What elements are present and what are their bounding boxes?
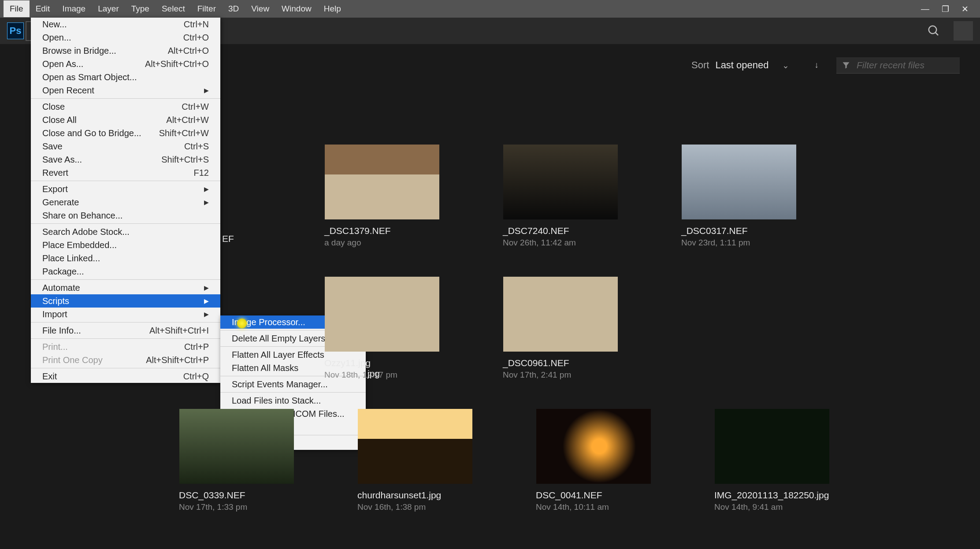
file-menu-package-[interactable]: Package... <box>31 265 220 278</box>
submenu-arrow-icon: ▶ <box>204 87 209 94</box>
thumb-filename: DSC_0041.NEF <box>520 490 667 501</box>
thumb-filename: _DSC0317.NEF <box>665 226 812 236</box>
file-menu-save-as-[interactable]: Save As...Shift+Ctrl+S <box>31 153 220 166</box>
sort-label: Sort <box>691 59 709 71</box>
thumb-filename: churdharsunset1.jpg <box>342 490 488 501</box>
thumb-timestamp: Nov 17th, 2:41 pm <box>487 370 634 380</box>
file-menu-close-all[interactable]: Close AllAlt+Ctrl+W <box>31 113 220 126</box>
menu-file[interactable]: File <box>4 0 30 17</box>
submenu-arrow-icon: ▶ <box>204 311 209 318</box>
sort-dropdown[interactable]: Last opened <box>715 59 768 71</box>
search-icon[interactable] <box>924 22 943 40</box>
minimize-icon[interactable]: — <box>921 4 929 14</box>
file-menu-browse-in-bridge-[interactable]: Browse in Bridge...Alt+Ctrl+O <box>31 44 220 57</box>
file-menu-close[interactable]: CloseCtrl+W <box>31 100 220 113</box>
file-menu-close-and-go-to-bridge-[interactable]: Close and Go to Bridge...Shift+Ctrl+W <box>31 126 220 140</box>
menu-help[interactable]: Help <box>318 0 347 17</box>
file-menu-print-one-copy: Print One CopyAlt+Shift+Ctrl+P <box>31 353 220 367</box>
thumb-filename: _DSC0961.NEF <box>487 358 634 368</box>
file-menu-print-: Print...Ctrl+P <box>31 340 220 353</box>
thumbnail-image <box>358 409 472 484</box>
thumb-timestamp: Nov 16th, 1:38 pm <box>342 502 488 512</box>
thumb-timestamp: Nov 23rd, 1:11 pm <box>665 238 812 248</box>
file-menu-search-adobe-stock-[interactable]: Search Adobe Stock... <box>31 225 220 238</box>
file-menu-dropdown: New...Ctrl+NOpen...Ctrl+OBrowse in Bridg… <box>31 18 220 383</box>
thumb-filename: _DSC1379.NEF <box>308 226 455 236</box>
svg-line-1 <box>935 33 938 35</box>
thumbnail-image <box>715 409 829 484</box>
recent-file-thumb[interactable]: _DSC0961.NEFNov 17th, 2:41 pm <box>487 277 634 380</box>
file-menu-generate[interactable]: Generate▶ <box>31 196 220 209</box>
menu-select[interactable]: Select <box>156 0 191 17</box>
menu-type[interactable]: Type <box>125 0 156 17</box>
recent-file-thumb[interactable]: IMG_20201113_182250.jpgNov 14th, 9:41 am <box>698 409 845 512</box>
close-icon[interactable]: ✕ <box>961 4 969 14</box>
thumb-timestamp: Nov 18th, 12:17 pm <box>308 370 455 380</box>
thumbnail-image <box>325 145 439 219</box>
menu-edit[interactable]: Edit <box>30 0 56 17</box>
thumb-filename-truncated: jpg <box>368 368 380 379</box>
thumbnail-image <box>536 409 651 484</box>
thumbnail-image <box>503 145 618 219</box>
chevron-down-icon[interactable]: ⌄ <box>782 60 789 70</box>
menu-filter[interactable]: Filter <box>191 0 222 17</box>
thumb-timestamp: Nov 14th, 9:41 am <box>698 502 845 512</box>
menu-window[interactable]: Window <box>275 0 318 17</box>
recent-file-thumb[interactable]: _DSC7240.NEFNov 26th, 11:42 am <box>487 145 634 248</box>
sort-direction-icon[interactable]: ↓ <box>815 60 819 70</box>
thumb-filename: Ozzy11.jpg <box>308 358 455 368</box>
submenu-arrow-icon: ▶ <box>204 199 209 206</box>
file-menu-exit[interactable]: ExitCtrl+Q <box>31 370 220 383</box>
file-menu-import[interactable]: Import▶ <box>31 308 220 321</box>
window-controls: — ❐ ✕ <box>921 4 976 14</box>
cursor-highlight-icon <box>237 319 247 328</box>
menubar: FileEditImageLayerTypeSelectFilter3DView… <box>0 0 980 18</box>
file-menu-file-info-[interactable]: File Info...Alt+Shift+Ctrl+I <box>31 324 220 337</box>
svg-point-0 <box>929 26 937 34</box>
file-menu-share-on-behance-[interactable]: Share on Behance... <box>31 209 220 222</box>
file-menu-save[interactable]: SaveCtrl+S <box>31 140 220 153</box>
thumb-timestamp: Nov 14th, 10:11 am <box>520 502 667 512</box>
menu-image[interactable]: Image <box>56 0 92 17</box>
photoshop-logo-icon: Ps <box>7 22 24 39</box>
thumb-filename: DSC_0339.NEF <box>163 490 310 501</box>
submenu-arrow-icon: ▶ <box>204 297 209 304</box>
file-menu-revert[interactable]: RevertF12 <box>31 166 220 179</box>
file-menu-export[interactable]: Export▶ <box>31 182 220 196</box>
thumbnail-image <box>325 277 439 352</box>
file-menu-open-as-[interactable]: Open As...Alt+Shift+Ctrl+O <box>31 57 220 70</box>
thumb-timestamp: Nov 17th, 1:33 pm <box>163 502 310 512</box>
recent-file-thumb[interactable]: Ozzy11.jpgNov 18th, 12:17 pm <box>308 277 455 380</box>
recent-file-thumb[interactable]: DSC_0339.NEFNov 17th, 1:33 pm <box>163 409 310 512</box>
thumb-timestamp: Nov 26th, 11:42 am <box>487 238 634 248</box>
account-placeholder[interactable] <box>954 21 973 41</box>
thumb-filename: _DSC7240.NEF <box>487 226 634 236</box>
file-menu-new-[interactable]: New...Ctrl+N <box>31 18 220 31</box>
funnel-icon <box>842 61 850 70</box>
recent-file-thumb[interactable]: DSC_0041.NEFNov 14th, 10:11 am <box>520 409 667 512</box>
thumbnail-image <box>682 145 796 219</box>
scripts-menu-load-files-into-stack-[interactable]: Load Files into Stack... <box>220 394 366 407</box>
submenu-arrow-icon: ▶ <box>204 284 209 291</box>
recent-file-thumb[interactable]: _DSC1379.NEFa day ago <box>308 145 455 248</box>
menu-layer[interactable]: Layer <box>92 0 125 17</box>
file-menu-place-embedded-[interactable]: Place Embedded... <box>31 238 220 252</box>
thumbnail-image <box>503 277 618 352</box>
file-menu-open-[interactable]: Open...Ctrl+O <box>31 31 220 44</box>
menu-view[interactable]: View <box>245 0 275 17</box>
recent-file-thumb[interactable]: _DSC0317.NEFNov 23rd, 1:11 pm <box>665 145 812 248</box>
filter-input[interactable]: Filter recent files <box>836 57 960 74</box>
maximize-icon[interactable]: ❐ <box>942 4 949 14</box>
file-menu-open-as-smart-object-[interactable]: Open as Smart Object... <box>31 70 220 84</box>
thumb-filename: IMG_20201113_182250.jpg <box>698 490 845 501</box>
thumb-filename-truncated: EF <box>222 234 234 244</box>
thumb-timestamp: a day ago <box>308 238 455 248</box>
menu-3d[interactable]: 3D <box>222 0 245 17</box>
recent-file-thumb[interactable]: churdharsunset1.jpgNov 16th, 1:38 pm <box>342 409 488 512</box>
submenu-arrow-icon: ▶ <box>204 185 209 193</box>
file-menu-scripts[interactable]: Scripts▶ <box>31 294 220 308</box>
file-menu-open-recent[interactable]: Open Recent▶ <box>31 84 220 97</box>
thumbnail-image <box>179 409 294 484</box>
file-menu-place-linked-[interactable]: Place Linked... <box>31 252 220 265</box>
file-menu-automate[interactable]: Automate▶ <box>31 281 220 294</box>
